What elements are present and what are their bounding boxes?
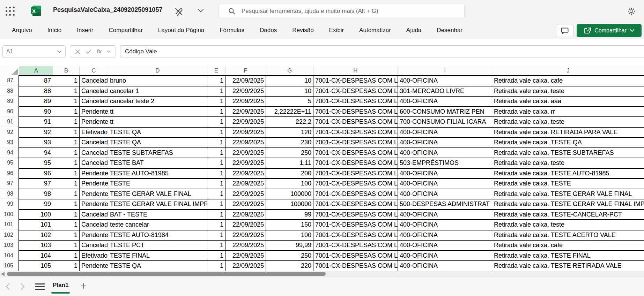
cell-A103[interactable]: 103 (19, 241, 53, 250)
cell-A100[interactable]: 100 (19, 210, 53, 220)
cell-C98[interactable]: Pendente (80, 189, 108, 199)
enter-check-icon[interactable] (86, 49, 91, 54)
column-header-f[interactable]: F (225, 66, 266, 75)
ribbon-tab-layout-da-página[interactable]: Layout da Página (153, 25, 210, 36)
cell-H92[interactable]: 7001-CX-DESPESAS COM L (313, 128, 398, 137)
column-header-h[interactable]: H (313, 66, 398, 75)
cell-J91[interactable]: Retirada vale caixa. teste (492, 117, 644, 127)
cell-H94[interactable]: 7001-CX-DESPESAS COM L (313, 148, 398, 158)
cell-F89[interactable]: 22/09/2025 (225, 97, 266, 106)
cell-J103[interactable]: Retirada vale caixa. café (492, 241, 644, 250)
cell-J93[interactable]: Retirada vale caixa. TESTE QA (492, 138, 644, 147)
cell-D98[interactable]: TESTE GERAR VALE FINAL (108, 189, 207, 199)
row-header-105[interactable]: 105 (0, 260, 18, 271)
app-launcher-icon[interactable] (5, 6, 15, 16)
cell-C88[interactable]: Cancelado (80, 86, 108, 96)
cell-C95[interactable]: Cancelado (80, 158, 108, 168)
cell-H99[interactable]: 7001-CX-DESPESAS COM L (313, 199, 398, 209)
cell-C101[interactable]: Cancelado (80, 220, 108, 230)
cell-J96[interactable]: Retirada vale caixa. TESTE AUTO-81985 (492, 169, 644, 179)
cell-H105[interactable]: 7001-CX-DESPESAS COM L (313, 261, 398, 271)
cell-I95[interactable]: 503-EMPRÉSTIMOS (398, 158, 492, 168)
cell-J97[interactable]: Retirada vale caixa. TESTE (492, 179, 644, 189)
cell-G96[interactable]: 200 (266, 169, 313, 179)
cell-I88[interactable]: 301-MERCADO LIVRE (398, 86, 492, 96)
search-input[interactable]: Pesquisar ferramentas, ajuda e muito mai… (218, 4, 465, 18)
cell-G92[interactable]: 120 (266, 128, 313, 137)
cell-I93[interactable]: 400-OFICINA (398, 138, 492, 147)
cell-H97[interactable]: 7001-CX-DESPESAS COM L (313, 179, 398, 189)
column-header-g[interactable]: G (266, 66, 313, 75)
cell-G88[interactable]: 10 (266, 86, 313, 96)
cell-D99[interactable]: TESTE GERAR VALE FINAL IMPR (108, 199, 207, 209)
cell-F88[interactable]: 22/09/2025 (225, 86, 266, 96)
cell-H100[interactable]: 7001-CX-DESPESAS COM L (313, 210, 398, 220)
cell-H88[interactable]: 7001-CX-DESPESAS COM L (313, 86, 398, 96)
column-header-i[interactable]: I (398, 66, 492, 75)
cell-F105[interactable]: 22/09/2025 (225, 261, 266, 271)
column-header-b[interactable]: B (53, 66, 80, 75)
cell-E91[interactable]: 1 (207, 117, 225, 127)
cell-B88[interactable]: 1 (53, 86, 80, 96)
ribbon-tab-arquivo[interactable]: Arquivo (6, 25, 38, 36)
cell-A92[interactable]: 92 (19, 128, 53, 137)
cell-E93[interactable]: 1 (207, 138, 225, 147)
row-header-96[interactable]: 96 (0, 168, 18, 179)
cell-B91[interactable]: 1 (53, 117, 80, 127)
column-header-a[interactable]: A (19, 66, 53, 75)
cell-E92[interactable]: 1 (207, 128, 225, 137)
cell-G99[interactable]: 100000 (266, 199, 313, 209)
cell-J100[interactable]: Retirada vale caixa. TESTE-CANCELAR-PCT (492, 210, 644, 220)
cell-D103[interactable]: TESTE PCT (108, 241, 207, 250)
cell-F101[interactable]: 22/09/2025 (225, 220, 266, 230)
cell-F97[interactable]: 22/09/2025 (225, 179, 266, 189)
cell-C97[interactable]: Pendente (80, 179, 108, 189)
cell-C91[interactable]: Pendente (80, 117, 108, 127)
cell-C105[interactable]: Pendente (80, 261, 108, 271)
add-sheet-button[interactable] (78, 281, 89, 291)
cell-G101[interactable]: 150 (266, 220, 313, 230)
cell-E98[interactable]: 1 (207, 189, 225, 199)
cell-A101[interactable]: 101 (19, 220, 53, 230)
cell-J102[interactable]: Retirada vale caixa. TESTE ACERTO VALE (492, 230, 644, 240)
cell-F93[interactable]: 22/09/2025 (225, 138, 266, 147)
cell-B95[interactable]: 1 (53, 158, 80, 168)
cell-H91[interactable]: 7001-CX-DESPESAS COM L (313, 117, 398, 127)
cell-A94[interactable]: 94 (19, 148, 53, 158)
cell-F91[interactable]: 22/09/2025 (225, 117, 266, 127)
cell-B89[interactable]: 1 (53, 97, 80, 106)
cell-D100[interactable]: BAT - TESTE (108, 210, 207, 220)
cell-B103[interactable]: 1 (53, 241, 80, 250)
horizontal-scrollbar-thumb[interactable] (7, 272, 326, 276)
cell-D92[interactable]: TESTE QA (108, 128, 207, 137)
cell-J88[interactable]: Retirada vale caixa. teste (492, 86, 644, 96)
cell-B97[interactable]: 1 (53, 179, 80, 189)
horizontal-scrollbar[interactable] (0, 271, 644, 277)
scroll-left-arrow-icon[interactable] (1, 272, 5, 276)
cell-C103[interactable]: Cancelado (80, 241, 108, 250)
row-header-92[interactable]: 92 (0, 127, 18, 137)
row-header-87[interactable]: 87 (0, 75, 18, 86)
cell-G104[interactable]: 250 (266, 251, 313, 261)
cell-A88[interactable]: 88 (19, 86, 53, 96)
name-box-chevron-icon[interactable] (57, 50, 62, 53)
cell-E87[interactable]: 1 (207, 76, 225, 86)
cancel-x-icon[interactable] (75, 49, 80, 54)
cell-J89[interactable]: Retirada vale caixa. aaa (492, 97, 644, 106)
cell-D105[interactable]: TESTE QA (108, 261, 207, 271)
cell-J101[interactable]: Retirada vale caixa. teste (492, 220, 644, 230)
cell-F99[interactable]: 22/09/2025 (225, 199, 266, 209)
cell-B100[interactable]: 1 (53, 210, 80, 220)
row-header-91[interactable]: 91 (0, 116, 18, 127)
previous-sheet-button[interactable] (3, 282, 12, 291)
cell-G93[interactable]: 230 (266, 138, 313, 147)
column-header-e[interactable]: E (207, 66, 225, 75)
ribbon-tab-automatizar[interactable]: Automatizar (354, 25, 397, 36)
cell-B92[interactable]: 1 (53, 128, 80, 137)
cell-E90[interactable]: 1 (207, 107, 225, 117)
cell-A90[interactable]: 90 (19, 107, 53, 117)
cell-G100[interactable]: 99 (266, 210, 313, 220)
next-sheet-button[interactable] (18, 282, 27, 291)
cell-J94[interactable]: Retirada vale caixa. TESTE SUBTAREFAS (492, 148, 644, 158)
row-header-95[interactable]: 95 (0, 158, 18, 168)
